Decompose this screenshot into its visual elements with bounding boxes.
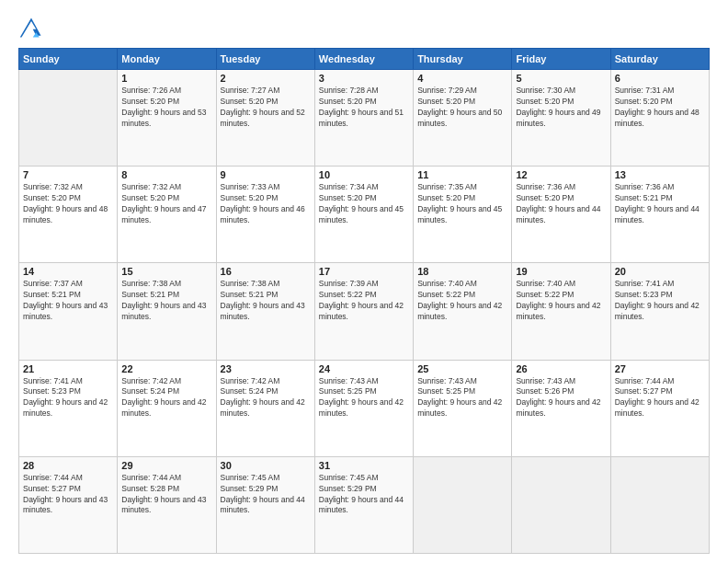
day-details: Sunrise: 7:32 AMSunset: 5:20 PMDaylight:… <box>121 182 206 224</box>
day-details: Sunrise: 7:28 AMSunset: 5:20 PMDaylight:… <box>319 86 404 128</box>
day-number: 13 <box>615 169 705 180</box>
day-cell: 30Sunrise: 7:45 AMSunset: 5:29 PMDayligh… <box>216 456 314 553</box>
day-details: Sunrise: 7:39 AMSunset: 5:22 PMDaylight:… <box>319 279 404 321</box>
day-number: 19 <box>516 266 606 277</box>
day-details: Sunrise: 7:36 AMSunset: 5:21 PMDaylight:… <box>615 182 700 224</box>
day-number: 7 <box>23 169 113 180</box>
day-cell: 1Sunrise: 7:26 AMSunset: 5:20 PMDaylight… <box>118 70 216 167</box>
day-cell: 17Sunrise: 7:39 AMSunset: 5:22 PMDayligh… <box>314 263 413 360</box>
header <box>18 15 710 40</box>
day-details: Sunrise: 7:38 AMSunset: 5:21 PMDaylight:… <box>121 279 206 321</box>
col-sunday: Sunday <box>19 49 118 70</box>
day-number: 20 <box>615 266 705 277</box>
calendar-body: 1Sunrise: 7:26 AMSunset: 5:20 PMDaylight… <box>19 70 710 554</box>
day-number: 23 <box>221 363 311 374</box>
day-number: 28 <box>23 460 113 471</box>
day-cell: 19Sunrise: 7:40 AMSunset: 5:22 PMDayligh… <box>512 263 610 360</box>
day-cell: 11Sunrise: 7:35 AMSunset: 5:20 PMDayligh… <box>414 167 512 263</box>
col-thursday: Thursday <box>414 49 512 70</box>
day-cell: 4Sunrise: 7:29 AMSunset: 5:20 PMDaylight… <box>414 70 512 167</box>
day-number: 31 <box>319 460 409 471</box>
day-details: Sunrise: 7:33 AMSunset: 5:20 PMDaylight:… <box>221 182 305 224</box>
day-cell: 7Sunrise: 7:32 AMSunset: 5:20 PMDaylight… <box>19 167 118 263</box>
calendar-table: Sunday Monday Tuesday Wednesday Thursday… <box>18 48 710 554</box>
day-cell: 23Sunrise: 7:42 AMSunset: 5:24 PMDayligh… <box>216 360 314 456</box>
day-cell: 25Sunrise: 7:43 AMSunset: 5:25 PMDayligh… <box>414 360 512 456</box>
day-cell: 2Sunrise: 7:27 AMSunset: 5:20 PMDaylight… <box>216 70 314 167</box>
day-details: Sunrise: 7:45 AMSunset: 5:29 PMDaylight:… <box>221 473 305 515</box>
day-number: 6 <box>615 73 705 84</box>
day-cell: 14Sunrise: 7:37 AMSunset: 5:21 PMDayligh… <box>19 263 118 360</box>
day-cell: 29Sunrise: 7:44 AMSunset: 5:28 PMDayligh… <box>118 456 216 553</box>
day-cell: 18Sunrise: 7:40 AMSunset: 5:22 PMDayligh… <box>414 263 512 360</box>
day-details: Sunrise: 7:43 AMSunset: 5:26 PMDaylight:… <box>516 376 600 419</box>
day-cell: 22Sunrise: 7:42 AMSunset: 5:24 PMDayligh… <box>118 360 216 456</box>
day-cell: 31Sunrise: 7:45 AMSunset: 5:29 PMDayligh… <box>314 456 413 553</box>
day-details: Sunrise: 7:26 AMSunset: 5:20 PMDaylight:… <box>121 86 206 128</box>
day-cell: 20Sunrise: 7:41 AMSunset: 5:23 PMDayligh… <box>610 263 709 360</box>
day-cell: 24Sunrise: 7:43 AMSunset: 5:25 PMDayligh… <box>314 360 413 456</box>
col-friday: Friday <box>512 49 610 70</box>
day-details: Sunrise: 7:41 AMSunset: 5:23 PMDaylight:… <box>23 376 108 419</box>
day-cell: 13Sunrise: 7:36 AMSunset: 5:21 PMDayligh… <box>610 167 709 263</box>
day-cell <box>414 456 512 553</box>
week-row-3: 21Sunrise: 7:41 AMSunset: 5:23 PMDayligh… <box>19 360 710 456</box>
calendar-header: Sunday Monday Tuesday Wednesday Thursday… <box>19 49 710 70</box>
day-number: 2 <box>221 73 311 84</box>
day-cell: 3Sunrise: 7:28 AMSunset: 5:20 PMDaylight… <box>314 70 413 167</box>
day-details: Sunrise: 7:42 AMSunset: 5:24 PMDaylight:… <box>221 376 305 419</box>
day-cell: 12Sunrise: 7:36 AMSunset: 5:20 PMDayligh… <box>512 167 610 263</box>
day-number: 17 <box>319 266 409 277</box>
day-details: Sunrise: 7:40 AMSunset: 5:22 PMDaylight:… <box>516 279 600 321</box>
day-number: 30 <box>221 460 311 471</box>
day-cell: 15Sunrise: 7:38 AMSunset: 5:21 PMDayligh… <box>118 263 216 360</box>
day-cell: 21Sunrise: 7:41 AMSunset: 5:23 PMDayligh… <box>19 360 118 456</box>
day-details: Sunrise: 7:43 AMSunset: 5:25 PMDaylight:… <box>319 376 404 419</box>
col-monday: Monday <box>118 49 216 70</box>
week-row-2: 14Sunrise: 7:37 AMSunset: 5:21 PMDayligh… <box>19 263 710 360</box>
day-details: Sunrise: 7:37 AMSunset: 5:21 PMDaylight:… <box>23 279 108 321</box>
day-details: Sunrise: 7:44 AMSunset: 5:28 PMDaylight:… <box>121 473 206 515</box>
day-number: 12 <box>516 169 606 180</box>
week-row-0: 1Sunrise: 7:26 AMSunset: 5:20 PMDaylight… <box>19 70 710 167</box>
day-cell: 28Sunrise: 7:44 AMSunset: 5:27 PMDayligh… <box>19 456 118 553</box>
day-details: Sunrise: 7:41 AMSunset: 5:23 PMDaylight:… <box>615 279 700 321</box>
day-cell: 8Sunrise: 7:32 AMSunset: 5:20 PMDaylight… <box>118 167 216 263</box>
day-details: Sunrise: 7:43 AMSunset: 5:25 PMDaylight:… <box>417 376 502 419</box>
day-number: 9 <box>221 169 311 180</box>
day-cell: 5Sunrise: 7:30 AMSunset: 5:20 PMDaylight… <box>512 70 610 167</box>
day-cell: 6Sunrise: 7:31 AMSunset: 5:20 PMDaylight… <box>610 70 709 167</box>
day-details: Sunrise: 7:36 AMSunset: 5:20 PMDaylight:… <box>516 182 600 224</box>
day-cell: 27Sunrise: 7:44 AMSunset: 5:27 PMDayligh… <box>610 360 709 456</box>
day-number: 4 <box>417 73 507 84</box>
day-number: 27 <box>615 363 705 374</box>
day-details: Sunrise: 7:31 AMSunset: 5:20 PMDaylight:… <box>615 86 700 128</box>
day-cell <box>19 70 118 167</box>
page: Sunday Monday Tuesday Wednesday Thursday… <box>0 0 728 563</box>
day-number: 18 <box>417 266 507 277</box>
day-details: Sunrise: 7:35 AMSunset: 5:20 PMDaylight:… <box>417 182 502 224</box>
day-details: Sunrise: 7:45 AMSunset: 5:29 PMDaylight:… <box>319 473 404 515</box>
day-number: 21 <box>23 363 113 374</box>
week-row-4: 28Sunrise: 7:44 AMSunset: 5:27 PMDayligh… <box>19 456 710 553</box>
day-number: 26 <box>516 363 606 374</box>
logo-icon <box>18 15 44 40</box>
day-cell <box>512 456 610 553</box>
day-number: 14 <box>23 266 113 277</box>
day-number: 11 <box>417 169 507 180</box>
day-number: 25 <box>417 363 507 374</box>
day-cell: 16Sunrise: 7:38 AMSunset: 5:21 PMDayligh… <box>216 263 314 360</box>
day-details: Sunrise: 7:27 AMSunset: 5:20 PMDaylight:… <box>221 86 305 128</box>
day-number: 5 <box>516 73 606 84</box>
day-number: 15 <box>121 266 211 277</box>
day-number: 24 <box>319 363 409 374</box>
day-details: Sunrise: 7:44 AMSunset: 5:27 PMDaylight:… <box>23 473 108 515</box>
day-cell: 9Sunrise: 7:33 AMSunset: 5:20 PMDaylight… <box>216 167 314 263</box>
day-details: Sunrise: 7:30 AMSunset: 5:20 PMDaylight:… <box>516 86 600 128</box>
logo <box>18 15 48 40</box>
day-cell: 26Sunrise: 7:43 AMSunset: 5:26 PMDayligh… <box>512 360 610 456</box>
day-details: Sunrise: 7:38 AMSunset: 5:21 PMDaylight:… <box>221 279 305 321</box>
day-details: Sunrise: 7:32 AMSunset: 5:20 PMDaylight:… <box>23 182 108 224</box>
col-wednesday: Wednesday <box>314 49 413 70</box>
day-number: 1 <box>121 73 211 84</box>
